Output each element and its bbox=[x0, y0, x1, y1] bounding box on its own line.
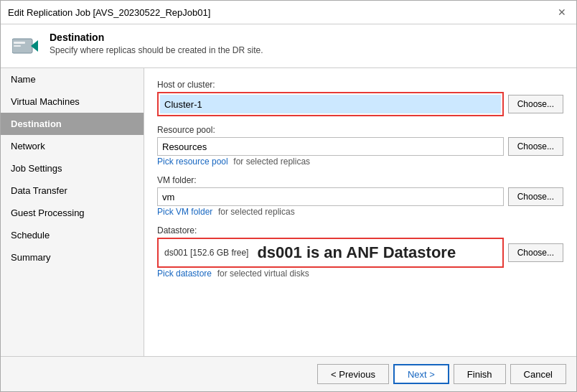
footer: < Previous Next > Finish Cancel bbox=[1, 356, 576, 391]
datastore-link[interactable]: Pick datastore bbox=[157, 269, 212, 279]
datastore-value-row: ds001 [152.6 GB free] ds001 is an ANF Da… bbox=[160, 241, 501, 265]
datastore-field-group: Datastore: ds001 [152.6 GB free] ds001 i… bbox=[157, 225, 563, 279]
dialog-title: Edit Replication Job [AVS_20230522_RepJo… bbox=[8, 7, 210, 18]
host-label: Host or cluster: bbox=[157, 80, 563, 90]
datastore-label: Datastore: bbox=[157, 225, 563, 235]
cancel-button[interactable]: Cancel bbox=[510, 364, 566, 384]
vm-folder-input[interactable] bbox=[157, 187, 504, 206]
header-section: Destination Specify where replicas shoul… bbox=[1, 24, 576, 68]
host-field-group: Host or cluster: Choose... bbox=[157, 80, 563, 116]
sidebar-item-network[interactable]: Network bbox=[1, 135, 144, 157]
vm-folder-field-row: Choose... bbox=[157, 187, 563, 206]
next-button[interactable]: Next > bbox=[393, 364, 449, 384]
destination-icon bbox=[11, 32, 39, 60]
sidebar-item-virtual-machines[interactable]: Virtual Machines bbox=[1, 90, 144, 113]
vm-folder-field-group: VM folder: Choose... Pick VM folder for … bbox=[157, 175, 563, 217]
svg-rect-3 bbox=[14, 42, 25, 44]
vm-folder-link[interactable]: Pick VM folder bbox=[157, 207, 212, 217]
header-title: Destination bbox=[50, 32, 263, 43]
previous-button[interactable]: < Previous bbox=[317, 364, 389, 384]
vm-folder-label: VM folder: bbox=[157, 175, 563, 185]
resource-pool-link-row: Pick resource pool for selected replicas bbox=[157, 156, 563, 167]
sidebar-item-summary[interactable]: Summary bbox=[1, 246, 144, 269]
main-panel: Host or cluster: Choose... Resource pool… bbox=[144, 68, 576, 356]
header-subtitle: Specify where replicas should be created… bbox=[50, 45, 263, 55]
resource-pool-field-group: Resource pool: Choose... Pick resource p… bbox=[157, 125, 563, 167]
vm-folder-link-text: for selected replicas bbox=[218, 207, 295, 217]
close-button[interactable]: ✕ bbox=[555, 5, 569, 19]
host-input-wrapper bbox=[157, 92, 504, 116]
resource-pool-label: Resource pool: bbox=[157, 125, 563, 135]
sidebar-item-name[interactable]: Name bbox=[1, 68, 144, 90]
resource-pool-choose-button[interactable]: Choose... bbox=[508, 137, 563, 156]
sidebar-item-guest-processing[interactable]: Guest Processing bbox=[1, 202, 144, 224]
sidebar-item-schedule[interactable]: Schedule bbox=[1, 224, 144, 246]
finish-button[interactable]: Finish bbox=[454, 364, 506, 384]
vm-folder-link-row: Pick VM folder for selected replicas bbox=[157, 206, 563, 217]
datastore-choose-button[interactable]: Choose... bbox=[508, 243, 563, 262]
datastore-annotation: ds001 is an ANF Datastore bbox=[257, 243, 456, 262]
host-choose-button[interactable]: Choose... bbox=[508, 95, 563, 113]
svg-rect-4 bbox=[14, 45, 21, 47]
sidebar: Name Virtual Machines Destination Networ… bbox=[1, 68, 144, 356]
host-input[interactable] bbox=[160, 95, 501, 113]
header-text: Destination Specify where replicas shoul… bbox=[50, 32, 263, 55]
resource-pool-input[interactable] bbox=[157, 137, 504, 156]
sidebar-item-data-transfer[interactable]: Data Transfer bbox=[1, 179, 144, 202]
sidebar-item-destination[interactable]: Destination bbox=[1, 113, 144, 135]
datastore-link-text: for selected virtual disks bbox=[217, 269, 309, 279]
sidebar-item-job-settings[interactable]: Job Settings bbox=[1, 157, 144, 179]
vm-folder-choose-button[interactable]: Choose... bbox=[508, 187, 563, 206]
title-bar: Edit Replication Job [AVS_20230522_RepJo… bbox=[1, 1, 576, 24]
datastore-field-row: ds001 [152.6 GB free] ds001 is an ANF Da… bbox=[157, 238, 563, 268]
resource-pool-link[interactable]: Pick resource pool bbox=[157, 157, 228, 167]
host-field-row: Choose... bbox=[157, 92, 563, 116]
dialog: Edit Replication Job [AVS_20230522_RepJo… bbox=[0, 0, 577, 392]
datastore-wrapper: ds001 [152.6 GB free] ds001 is an ANF Da… bbox=[157, 238, 504, 268]
content-area: Name Virtual Machines Destination Networ… bbox=[1, 68, 576, 356]
resource-pool-field-row: Choose... bbox=[157, 137, 563, 156]
datastore-link-row: Pick datastore for selected virtual disk… bbox=[157, 268, 563, 279]
datastore-value: ds001 [152.6 GB free] bbox=[164, 248, 248, 258]
resource-pool-link-text: for selected replicas bbox=[233, 157, 310, 167]
